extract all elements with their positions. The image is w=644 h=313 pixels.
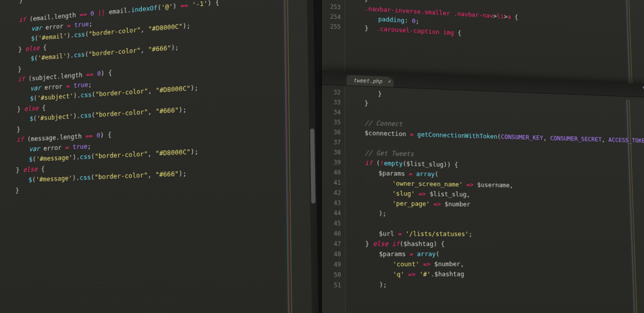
line-number: 47	[322, 239, 345, 249]
bottom-right-gutter: 3233343536373839404142434445464748495051	[322, 85, 346, 313]
line-number: 45	[322, 218, 345, 228]
line-number: 50	[322, 270, 345, 280]
line-number: 32	[322, 87, 345, 98]
code-line[interactable]: $url = '/lists/statuses';	[351, 228, 644, 240]
line-number: 35	[322, 117, 345, 127]
line-number: 38	[322, 147, 345, 158]
line-number: 255	[322, 21, 345, 32]
line-number: 37	[322, 137, 345, 147]
code-line[interactable]: } else if($hashtag) {	[351, 239, 644, 250]
code-line[interactable]: $params = array(	[352, 249, 644, 259]
editor-stage: Lorem ipsum dolor sit amet, consectetur.…	[0, 0, 644, 313]
tab-label: tweet.php	[353, 77, 382, 85]
line-number: 41	[322, 177, 345, 188]
bottom-right-code[interactable]: }}// Connect$connection = getConnectionW…	[345, 86, 644, 313]
line-number: 40	[322, 167, 345, 178]
line-number: 39	[322, 157, 345, 168]
code-line[interactable]: 'count' => $number,	[352, 259, 644, 270]
code-line[interactable]: );	[352, 278, 644, 290]
line-number: 42	[322, 188, 345, 198]
bottom-right-editor[interactable]: 3233343536373839404142434445464748495051…	[322, 85, 644, 313]
line-number: 44	[322, 208, 345, 218]
bottom-right-editor-pane[interactable]: ◀▶ tweet.php × 3233343536373839404142434…	[322, 70, 644, 313]
left-editor[interactable]: 2322332342352362372382392402412422432442…	[0, 0, 319, 313]
line-number: 33	[322, 97, 345, 107]
line-number: 34	[322, 107, 345, 117]
line-number: 49	[322, 259, 345, 270]
line-number: 254	[322, 11, 345, 22]
line-number: 36	[322, 127, 345, 137]
line-number: 253	[322, 2, 345, 13]
tab-tweet-php[interactable]: tweet.php ×	[347, 75, 394, 87]
line-number: 48	[322, 249, 345, 260]
line-number: 46	[322, 228, 345, 239]
close-icon[interactable]: ×	[388, 79, 391, 84]
line-number: 51	[322, 280, 345, 290]
left-code[interactable]: }if (email.length == 0 || email.indexOf(…	[0, 0, 319, 313]
left-editor-pane[interactable]: custom.js × 2322332342352362372382392402…	[0, 0, 319, 313]
line-number: 43	[322, 198, 345, 208]
